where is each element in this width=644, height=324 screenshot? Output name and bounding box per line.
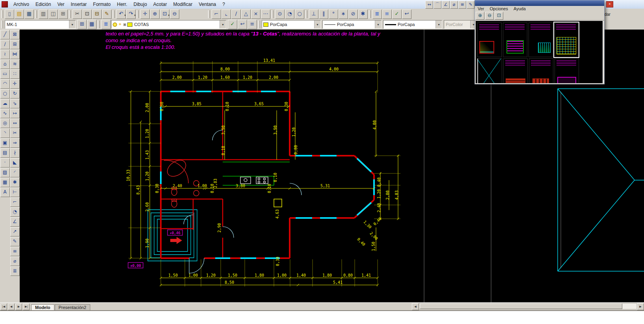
construction-line-button[interactable]: ∕ (0, 40, 10, 49)
polyline-button[interactable]: ≀ (0, 50, 10, 59)
toolbar-grip[interactable] (137, 10, 139, 18)
zoom-window-button[interactable]: ⊡ (495, 12, 503, 20)
chamfer-button[interactable]: ◣ (10, 158, 20, 168)
menu-item[interactable]: Acotar (150, 0, 170, 9)
named-views-button[interactable]: ⊞ (77, 20, 87, 29)
zoom-previous-button[interactable]: ⊖ (170, 9, 179, 19)
region-button[interactable]: ▦ (0, 178, 10, 187)
zoom-window-button[interactable]: ⊡▾ (160, 9, 169, 19)
palette-menu-item[interactable]: Ver (475, 6, 487, 11)
menu-item[interactable]: Modificar (170, 0, 196, 9)
snap-midpoint-button[interactable]: △ (241, 9, 251, 19)
trim-button[interactable]: ✂ (10, 128, 20, 138)
hatch-button[interactable]: ▨ (0, 168, 10, 177)
linetype-combo[interactable]: PorCapa ▼ (322, 20, 382, 29)
dim-angular-button[interactable]: ∠ (442, 1, 450, 9)
zoom-realtime-button[interactable]: ⊕ (150, 9, 160, 19)
palette-menu-item[interactable]: Ayuda (511, 6, 529, 11)
sheet-thumbnail-1[interactable] (477, 22, 502, 57)
plot-preview-button[interactable]: ◫ (48, 9, 58, 19)
layer-thaw-icon[interactable]: ☀ (118, 21, 122, 28)
revision-cloud-button[interactable]: ☁ (0, 99, 10, 108)
next-tab-button[interactable]: ▶ (15, 304, 22, 310)
quick-leader-button[interactable]: ↗ (10, 227, 20, 236)
explode-button[interactable]: ✱ (10, 178, 20, 187)
break-button[interactable]: ∤ (10, 148, 20, 158)
layers-button[interactable]: ≣ (372, 9, 382, 19)
extend-button[interactable]: ⇒ (10, 138, 20, 148)
scroll-left-button[interactable]: ◀ (412, 303, 419, 310)
snap-intersection-button[interactable]: × (251, 9, 261, 19)
dim-edit-button[interactable]: ✎ (10, 237, 20, 246)
sheet-thumbnail-2[interactable] (503, 22, 527, 57)
polygon-button[interactable]: ⌂ (0, 60, 10, 69)
snap-from-button[interactable]: ⌞ (221, 9, 231, 19)
scrollbar-track[interactable] (419, 303, 637, 309)
toolbar-grip[interactable] (305, 10, 307, 18)
menu-item[interactable]: Ver (54, 0, 67, 9)
sheet-thumbnail-3[interactable] (529, 22, 553, 57)
3d-views-button[interactable]: ▦ (87, 20, 97, 29)
toolbar-grip[interactable] (208, 10, 210, 18)
palette-titlebar[interactable] (475, 0, 604, 6)
menu-item[interactable]: Ventana (195, 0, 219, 9)
layer-lock-icon[interactable]: ▣ (123, 21, 127, 28)
chevron-down-icon[interactable]: ▼ (375, 20, 381, 28)
horizontal-scrollbar[interactable]: ◀ ▶ (412, 303, 644, 309)
multiline-text-button[interactable]: A (0, 188, 10, 197)
chevron-down-icon[interactable]: ▼ (314, 20, 320, 28)
menu-item[interactable]: Archivo (10, 0, 32, 9)
snap-tracking-button[interactable]: ⌐ (212, 9, 221, 19)
snap-tangent-button[interactable]: ○ (295, 9, 304, 19)
snap-extension-button[interactable]: ⋯ (261, 9, 270, 19)
match-properties-button[interactable]: ✎ (102, 9, 112, 19)
scale-button[interactable]: ⇘ (10, 99, 20, 108)
menu-item[interactable]: Herr. (114, 0, 130, 9)
paste-button[interactable]: ⊟ (92, 9, 102, 19)
last-tab-button[interactable]: ▶| (23, 304, 30, 310)
snap-endpoint-button[interactable]: ∕ (231, 9, 241, 19)
toolbar-grip[interactable] (369, 10, 371, 18)
dim-style-button[interactable]: ✎ (467, 1, 475, 9)
rectangle-button[interactable]: ▭ (0, 69, 10, 79)
snap-quadrant-button[interactable]: ◔ (285, 9, 294, 19)
ellipse-arc-button[interactable]: ◝ (0, 128, 10, 138)
snap-node-button[interactable]: ° (329, 9, 338, 19)
layer-combo[interactable]: ☀ ▣ COTAS ▼ (111, 20, 226, 29)
layer-make-current-button[interactable]: ✓ (392, 9, 402, 19)
zoom-out-button[interactable]: ⊖ (485, 12, 494, 20)
color-combo[interactable]: PorCapa ▼ (262, 20, 321, 29)
menu-item[interactable]: Dibujo (130, 0, 150, 9)
new-button[interactable]: ▯ (5, 9, 14, 19)
sheet-thumbnail-8[interactable] (555, 58, 579, 83)
menu-item[interactable]: Edición (32, 0, 54, 9)
dim-linear-button[interactable]: ↔ (425, 1, 433, 9)
publish-button[interactable]: ⊞ (58, 9, 68, 19)
toolbar-grip[interactable] (69, 10, 71, 18)
zoom-in-button[interactable]: ⊕ (476, 12, 484, 20)
chevron-down-icon[interactable]: ▾ (124, 11, 126, 19)
insert-block-button[interactable]: ▣ (0, 138, 10, 148)
plot-button[interactable]: ▥ (39, 9, 48, 19)
sheet-thumbnail-6[interactable] (503, 58, 528, 83)
dim-aligned-button[interactable]: ⌐ (10, 197, 20, 207)
snap-none-button[interactable]: ⊘ (348, 9, 358, 19)
open-button[interactable]: ▤ (15, 9, 24, 19)
layer-previous-button[interactable]: ↩ (402, 9, 411, 19)
rotate-button[interactable]: ↻ (10, 89, 20, 99)
properties-button[interactable]: ≡ (10, 247, 20, 256)
prev-tab-button[interactable]: ◀ (8, 304, 15, 310)
layer-properties-button[interactable]: ≣ (101, 20, 111, 29)
sheet-thumbnail-5[interactable] (477, 58, 502, 83)
command-line[interactable] (0, 310, 644, 324)
arc-button[interactable]: ◠ (0, 79, 10, 89)
toolbar-grip[interactable] (35, 10, 37, 18)
scrollbar-thumb[interactable] (420, 304, 622, 309)
toolbar-grip[interactable] (113, 10, 115, 18)
preview-palette-window[interactable]: VerOpcionesAyuda ⊕⊖⊡ (475, 0, 605, 84)
toolbar-grip[interactable] (1, 10, 3, 18)
menu-item[interactable]: Formato (90, 0, 114, 9)
cut-button[interactable]: ✂ (73, 9, 82, 19)
snap-center-button[interactable]: ⊙ (275, 9, 285, 19)
array-button[interactable]: ∷ (10, 69, 20, 79)
